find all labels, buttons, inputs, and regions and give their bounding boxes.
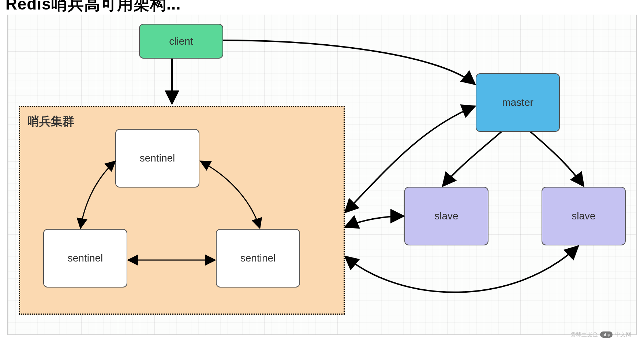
watermark-suffix: 中文网 bbox=[615, 331, 631, 337]
diagram-title: Redis哨兵高可用架构... bbox=[5, 0, 181, 15]
php-badge: php bbox=[600, 331, 613, 338]
client-node: client bbox=[139, 24, 223, 59]
master-node: master bbox=[476, 73, 560, 132]
slave-left-label: slave bbox=[434, 210, 458, 222]
watermark: @稀土掘金 php 中文网 bbox=[570, 331, 631, 338]
slave-node-left: slave bbox=[404, 187, 488, 245]
master-label: master bbox=[502, 97, 533, 108]
sentinel-node-right: sentinel bbox=[216, 229, 300, 288]
slave-node-right: slave bbox=[542, 187, 626, 245]
slave-right-label: slave bbox=[572, 210, 595, 222]
sentinel-node-top: sentinel bbox=[115, 129, 199, 188]
sentinel-cluster-label: 哨兵集群 bbox=[27, 114, 74, 130]
sentinel-right-label: sentinel bbox=[240, 252, 276, 264]
client-label: client bbox=[169, 36, 193, 47]
sentinel-left-label: sentinel bbox=[68, 252, 103, 264]
sentinel-top-label: sentinel bbox=[140, 152, 175, 164]
sentinel-node-left: sentinel bbox=[43, 229, 127, 288]
watermark-prefix: @稀土掘金 bbox=[570, 331, 598, 337]
